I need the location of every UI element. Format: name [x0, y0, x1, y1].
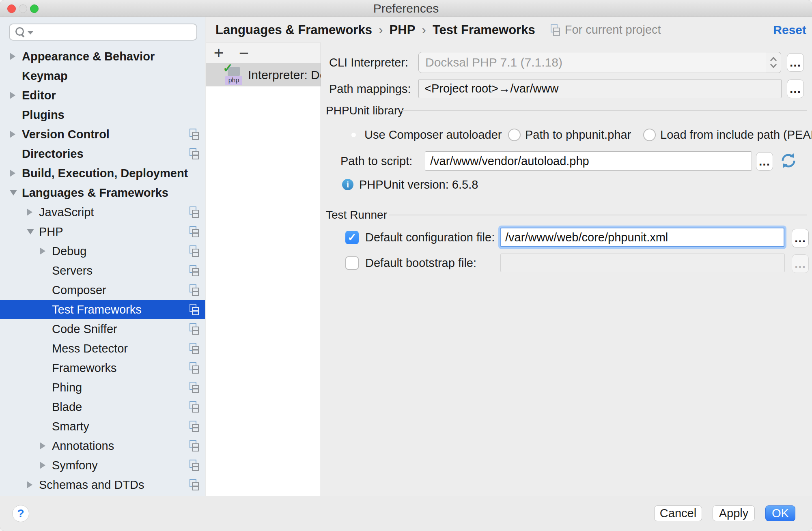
test-runner-section-title: Test Runner: [326, 208, 387, 222]
sidebar-item-languages-frameworks[interactable]: Languages & Frameworks: [0, 183, 205, 202]
radio-use-composer-autoloader-label[interactable]: Use Composer autoloader: [364, 127, 502, 142]
modified-settings-icon: [190, 284, 199, 296]
modified-settings-icon: [190, 362, 199, 374]
default-bootstrap-file-checkbox[interactable]: [345, 256, 359, 270]
path-mappings-browse-button[interactable]: ...: [787, 80, 804, 98]
cli-interpreter-label: CLI Interpreter:: [329, 55, 408, 70]
sidebar-item-code-sniffer[interactable]: Code Sniffer: [0, 319, 205, 339]
section-divider: [401, 110, 807, 111]
modified-settings-icon: [190, 382, 199, 393]
sidebar-item-symfony[interactable]: Symfony: [0, 456, 205, 475]
chevron-right-icon[interactable]: [10, 170, 15, 177]
stepper-icon[interactable]: [766, 52, 781, 73]
ok-button[interactable]: OK: [765, 505, 795, 521]
sidebar-item-appearance-behavior[interactable]: Appearance & Behavior: [0, 47, 205, 66]
breadcrumb-separator: ›: [422, 22, 426, 37]
chevron-right-icon[interactable]: [27, 209, 32, 216]
apply-button[interactable]: Apply: [713, 505, 755, 521]
list-toolbar: + −: [206, 43, 321, 63]
scope-label: For current project: [565, 23, 661, 37]
chevron-right-icon[interactable]: [27, 481, 32, 488]
breadcrumb-test-frameworks[interactable]: Test Frameworks: [433, 23, 535, 37]
chevron-right-icon[interactable]: [10, 92, 15, 99]
section-divider: [389, 215, 807, 215]
breadcrumb-php[interactable]: PHP: [390, 23, 416, 37]
sidebar-item-servers[interactable]: Servers: [0, 261, 205, 280]
modified-settings-icon: [190, 148, 199, 159]
cli-interpreter-value: Docksal PHP 7.1 (7.1.18): [425, 52, 562, 73]
refresh-icon[interactable]: [779, 151, 798, 172]
modified-settings-icon: [190, 323, 199, 335]
sidebar-item-version-control[interactable]: Version Control: [0, 125, 205, 144]
sidebar-item-php[interactable]: PHP: [0, 222, 205, 241]
phpunit-version-text: PHPUnit version: 6.5.8: [359, 177, 478, 192]
sidebar-item-directories[interactable]: Directories: [0, 144, 205, 163]
sidebar-item-build-execution-deployment[interactable]: Build, Execution, Deployment: [0, 163, 205, 183]
list-item-interpreter[interactable]: ✓ php Interpreter: Dock: [206, 63, 321, 86]
default-configuration-file-label[interactable]: Default configuration file:: [365, 230, 495, 245]
default-configuration-file-checkbox[interactable]: [345, 231, 359, 244]
chevron-right-icon[interactable]: [40, 442, 45, 449]
chevron-down-icon[interactable]: [10, 190, 17, 196]
sidebar-item-plugins[interactable]: Plugins: [0, 105, 205, 125]
chevron-down-icon[interactable]: [27, 229, 34, 234]
default-configuration-file-input[interactable]: [500, 228, 784, 247]
radio-load-from-include-path[interactable]: [643, 129, 656, 141]
sidebar-item-frameworks[interactable]: Frameworks: [0, 358, 205, 378]
breadcrumb-bar: Languages & Frameworks › PHP › Test Fram…: [206, 17, 812, 43]
default-bootstrap-file-input: [500, 254, 785, 272]
modified-settings-icon: [190, 304, 199, 315]
sidebar-item-mess-detector[interactable]: Mess Detector: [0, 339, 205, 358]
cli-interpreter-select[interactable]: Docksal PHP 7.1 (7.1.18): [418, 52, 781, 73]
modified-settings-icon: [190, 343, 199, 354]
phpunit-library-section-title: PHPUnit library: [326, 103, 403, 118]
help-button[interactable]: ?: [12, 505, 29, 522]
breadcrumb-languages-frameworks[interactable]: Languages & Frameworks: [215, 23, 372, 37]
settings-sidebar: Appearance & Behavior Keymap Editor Plug…: [0, 17, 205, 496]
search-options-chevron-icon[interactable]: [28, 31, 33, 34]
test-frameworks-list-panel: + − ✓ php Interpreter: Dock: [206, 43, 321, 496]
list-item-label: Interpreter: Dock: [248, 68, 321, 82]
search-icon: [15, 27, 25, 37]
radio-path-to-phpunit-phar-label[interactable]: Path to phpunit.phar: [525, 127, 631, 142]
cancel-button[interactable]: Cancel: [654, 505, 702, 521]
sidebar-item-debug[interactable]: Debug: [0, 241, 205, 261]
modified-settings-icon: [190, 460, 199, 471]
chevron-right-icon[interactable]: [10, 53, 15, 60]
sidebar-item-composer[interactable]: Composer: [0, 280, 205, 300]
search-input[interactable]: [36, 25, 192, 40]
path-to-script-browse-button[interactable]: ...: [756, 152, 773, 171]
modified-settings-icon: [190, 226, 199, 237]
cli-interpreter-browse-button[interactable]: ...: [787, 53, 804, 72]
chevron-right-icon[interactable]: [40, 462, 45, 469]
remove-icon[interactable]: −: [237, 44, 251, 62]
scope-indicator: For current project: [551, 23, 661, 37]
sidebar-item-blade[interactable]: Blade: [0, 397, 205, 417]
default-configuration-file-browse-button[interactable]: ...: [792, 229, 809, 247]
reset-link[interactable]: Reset: [773, 23, 806, 37]
default-bootstrap-file-label[interactable]: Default bootstrap file:: [365, 256, 476, 270]
sidebar-item-smarty[interactable]: Smarty: [0, 417, 205, 436]
sidebar-item-test-frameworks[interactable]: Test Frameworks: [0, 300, 205, 319]
path-to-script-input[interactable]: /var/www/vendor/autoload.php: [425, 151, 752, 171]
titlebar[interactable]: Preferences: [0, 0, 812, 17]
sidebar-item-schemas-and-dtds[interactable]: Schemas and DTDs: [0, 475, 205, 494]
phpunit-settings-panel: CLI Interpreter: Docksal PHP 7.1 (7.1.18…: [321, 43, 812, 496]
radio-load-from-include-path-label[interactable]: Load from include path (PEAR): [660, 127, 812, 142]
add-icon[interactable]: +: [211, 44, 226, 62]
sidebar-item-editor[interactable]: Editor: [0, 86, 205, 105]
settings-search-box[interactable]: [9, 24, 197, 41]
checkmark-icon: ✓: [223, 63, 233, 75]
sidebar-item-javascript[interactable]: JavaScript: [0, 202, 205, 222]
chevron-right-icon[interactable]: [40, 247, 45, 255]
sidebar-item-annotations[interactable]: Annotations: [0, 436, 205, 456]
radio-path-to-phpunit-phar[interactable]: [508, 129, 521, 141]
modified-settings-icon: [190, 129, 199, 140]
sidebar-item-phing[interactable]: Phing: [0, 378, 205, 397]
path-mappings-field[interactable]: <Project root>→/var/www: [418, 79, 782, 98]
default-bootstrap-file-browse-button: ...: [792, 254, 809, 273]
modified-settings-icon: [190, 440, 199, 451]
modified-settings-icon: [190, 479, 199, 490]
sidebar-item-keymap[interactable]: Keymap: [0, 66, 205, 86]
chevron-right-icon[interactable]: [10, 131, 15, 138]
